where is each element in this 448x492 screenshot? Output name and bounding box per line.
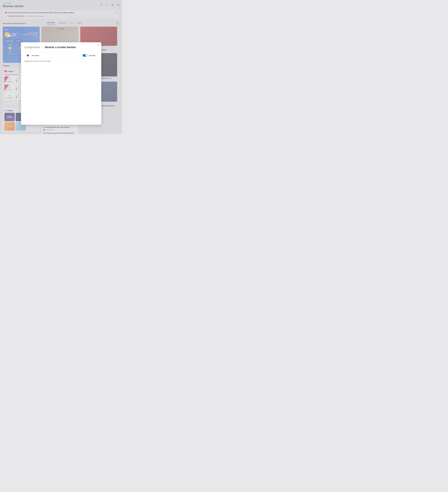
breadcrumb-leaf: Mostrar u ocultar fuentes (45, 46, 76, 49)
svg-rect-7 (28, 55, 29, 56)
chevron-right-icon (42, 46, 43, 48)
breadcrumb-root[interactable]: Configuración (24, 46, 40, 49)
feed-toggle[interactable] (83, 54, 87, 57)
toggle-state-label: Activado (89, 54, 96, 57)
microsoft-store-link[interactable]: Microsoft Store (41, 60, 51, 62)
close-icon[interactable] (97, 44, 100, 46)
add-more-sources: Agregar más fuentes de Microsoft Store (24, 60, 98, 62)
settings-modal: Configuración Mostrar u ocultar fuentes … (21, 42, 101, 125)
breadcrumb: Configuración Mostrar u ocultar fuentes (24, 46, 98, 49)
feed-name: Mi fuente (32, 54, 83, 57)
newspaper-icon (27, 54, 29, 57)
svg-rect-6 (27, 55, 28, 56)
feed-toggle-row: Mi fuente Activado (24, 52, 98, 59)
